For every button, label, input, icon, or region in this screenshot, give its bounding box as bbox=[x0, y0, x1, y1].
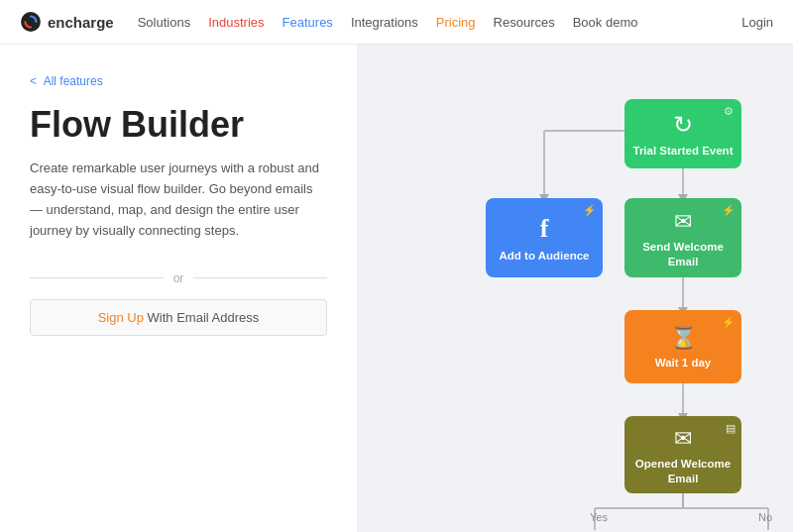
svg-point-0 bbox=[21, 12, 41, 32]
bolt-icon-wait: ⚡ bbox=[722, 316, 736, 329]
left-panel: < All features Flow Builder Create remar… bbox=[0, 45, 357, 532]
nav-solutions[interactable]: Solutions bbox=[138, 15, 190, 30]
nav-industries[interactable]: Industries bbox=[208, 15, 264, 30]
gear-icon: ⚙ bbox=[722, 105, 736, 119]
wait-node-label: Wait 1 day bbox=[655, 356, 711, 371]
back-arrow-icon: < bbox=[30, 74, 37, 88]
header: encharge Solutions Industries Features I… bbox=[0, 0, 793, 45]
main-content: < All features Flow Builder Create remar… bbox=[0, 45, 793, 532]
back-link[interactable]: < All features bbox=[30, 74, 327, 88]
wait-node-icon: ⌛ bbox=[670, 325, 697, 351]
flow-container: ⚙ ↻ Trial Started Event ⚡ f Add to Audie… bbox=[357, 45, 793, 532]
nav-book-demo[interactable]: Book demo bbox=[573, 15, 638, 30]
bolt-icon-welcome: ⚡ bbox=[722, 204, 736, 217]
bolt-icon-audience: ⚡ bbox=[583, 204, 597, 217]
logo: encharge bbox=[20, 11, 114, 33]
node-wait-1-day[interactable]: ⚡ ⌛ Wait 1 day bbox=[624, 310, 741, 383]
nav-features[interactable]: Features bbox=[283, 15, 333, 30]
nav-integrations[interactable]: Integrations bbox=[351, 15, 418, 30]
node-add-to-audience[interactable]: ⚡ f Add to Audience bbox=[486, 198, 603, 277]
opened-node-label: Opened Welcome Email bbox=[632, 457, 734, 486]
trial-node-icon: ↻ bbox=[673, 111, 693, 139]
or-divider: or bbox=[30, 271, 327, 285]
page-title: Flow Builder bbox=[30, 104, 327, 145]
trial-node-label: Trial Started Event bbox=[633, 144, 734, 159]
no-label: No bbox=[758, 511, 772, 523]
nav-resources[interactable]: Resources bbox=[494, 15, 555, 30]
welcome-node-icon: ✉ bbox=[674, 209, 692, 235]
logo-text: encharge bbox=[48, 14, 114, 31]
node-trial-started[interactable]: ⚙ ↻ Trial Started Event bbox=[624, 99, 741, 168]
signup-button[interactable]: Sign Up With Email Address bbox=[30, 299, 327, 336]
yes-label: Yes bbox=[590, 511, 608, 523]
audience-node-icon: f bbox=[540, 214, 549, 244]
right-panel: ⚙ ↻ Trial Started Event ⚡ f Add to Audie… bbox=[357, 45, 793, 532]
nav-pricing[interactable]: Pricing bbox=[436, 15, 476, 30]
opened-node-icon: ✉ bbox=[674, 426, 692, 452]
filter-icon: ▤ bbox=[726, 422, 736, 435]
main-nav: Solutions Industries Features Integratio… bbox=[138, 15, 741, 30]
node-opened-welcome-email[interactable]: ▤ ✉ Opened Welcome Email bbox=[624, 416, 741, 493]
welcome-node-label: Send Welcome Email bbox=[632, 240, 734, 269]
login-button[interactable]: Login bbox=[741, 15, 773, 30]
audience-node-label: Add to Audience bbox=[500, 249, 590, 264]
node-send-welcome-email[interactable]: ⚡ ✉ Send Welcome Email bbox=[624, 198, 741, 277]
page-description: Create remarkable user journeys with a r… bbox=[30, 159, 327, 241]
